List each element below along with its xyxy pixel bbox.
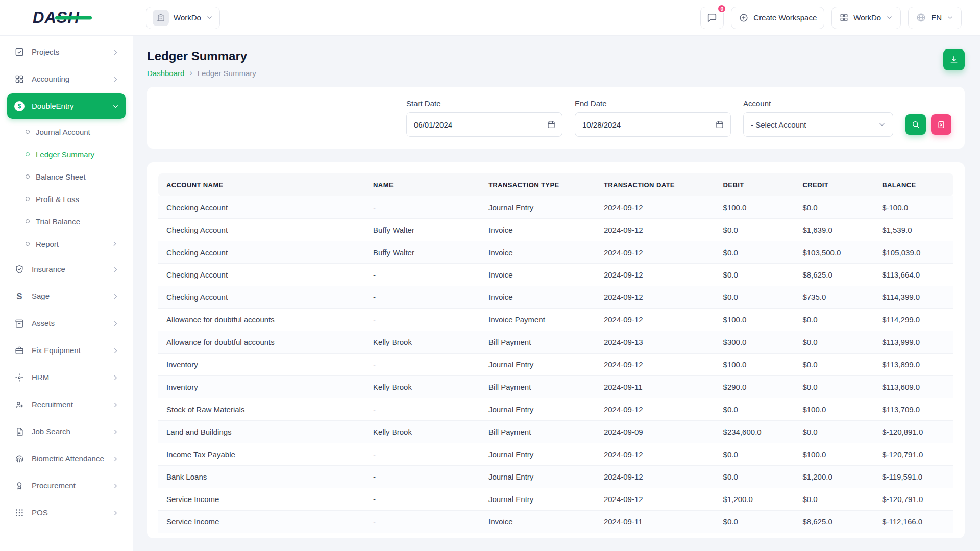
table-cell: $8,625.0 [794, 264, 874, 286]
sidebar-item-label: Accounting [32, 74, 105, 84]
ledger-table-card: ACCOUNT NAMENAMETRANSACTION TYPETRANSACT… [147, 162, 965, 538]
chevron-right-icon [112, 455, 119, 463]
plus-circle-icon [739, 13, 749, 23]
sidebar-subitem-journal-account[interactable]: Journal Account [0, 120, 133, 143]
column-header-transaction-date: TRANSACTION DATE [596, 173, 715, 196]
table-cell: Inventory [158, 354, 365, 376]
account-select[interactable]: - Select Account [743, 112, 893, 137]
table-cell: - [365, 511, 480, 533]
table-cell: Allowance for doubtful accounts [158, 331, 365, 354]
table-row[interactable]: Land and BuildingsKelly BrookBill Paymen… [158, 421, 953, 443]
filter-card: Start Date End Date Account [147, 87, 965, 149]
top-bar: DASH WorkDo 0 Create Workspace WorkDo [0, 0, 980, 36]
messages-button[interactable]: 0 [700, 7, 724, 29]
table-cell: Kelly Brook [365, 331, 480, 354]
sidebar-item-label: Insurance [32, 265, 105, 274]
create-workspace-label: Create Workspace [753, 13, 817, 22]
table-cell: $0.0 [715, 466, 795, 488]
workspace-name: WorkDo [174, 13, 201, 22]
table-cell: Checking Account [158, 196, 365, 219]
table-row[interactable]: Service Income-Journal Entry2024-09-12$1… [158, 488, 953, 511]
table-cell: - [365, 354, 480, 376]
table-cell: 2024-09-12 [596, 286, 715, 309]
table-row[interactable]: Bank Loans-Journal Entry2024-09-12$0.0$1… [158, 466, 953, 488]
sidebar-item-doubleentry[interactable]: $ DoubleEntry [7, 93, 126, 119]
sidebar-item-accounting[interactable]: Accounting [7, 66, 126, 92]
workdo-menu-label: WorkDo [853, 13, 881, 22]
award-icon [14, 481, 24, 491]
workdo-app-menu[interactable]: WorkDo [831, 7, 901, 29]
sidebar-item-job-search[interactable]: Job Search [7, 419, 126, 444]
sidebar-item-biometric-attendance[interactable]: Biometric Attendance [7, 446, 126, 471]
create-workspace-button[interactable]: Create Workspace [731, 7, 824, 29]
table-cell: Checking Account [158, 241, 365, 264]
table-cell: 2024-09-09 [596, 421, 715, 443]
sidebar-item-assets[interactable]: Assets [7, 311, 126, 336]
sidebar-subitem-report[interactable]: Report [0, 233, 133, 255]
table-cell: $0.0 [715, 219, 795, 241]
sidebar-item-pos[interactable]: POS [7, 500, 126, 525]
breadcrumb-home-link[interactable]: Dashboard [147, 69, 184, 78]
bullet-icon [26, 219, 30, 223]
search-button[interactable] [905, 114, 926, 135]
sage-icon: S [14, 291, 24, 302]
start-date-input[interactable] [406, 112, 562, 137]
table-cell: $0.0 [794, 376, 874, 398]
chevron-right-icon [112, 266, 119, 273]
table-row[interactable]: InventoryKelly BrookBill Payment2024-09-… [158, 376, 953, 398]
table-cell: $100.0 [715, 196, 795, 219]
download-button[interactable] [943, 49, 965, 70]
sidebar-item-label: Assets [32, 319, 105, 329]
table-cell: Income Tax Payable [158, 443, 365, 466]
table-cell: $105,039.0 [874, 241, 953, 264]
sidebar-item-label: Recruitment [32, 400, 105, 410]
filter-buttons [905, 114, 951, 135]
table-cell: $0.0 [794, 354, 874, 376]
table-row[interactable]: Service Income-Invoice2024-09-11$0.0$8,6… [158, 511, 953, 533]
dash-logo[interactable]: DASH [33, 9, 80, 27]
reset-button[interactable] [931, 114, 951, 135]
table-row[interactable]: Income Tax Payable-Journal Entry2024-09-… [158, 443, 953, 466]
table-cell: Bill Payment [480, 376, 596, 398]
table-row[interactable]: Stock of Raw Materials-Journal Entry2024… [158, 398, 953, 421]
calendar-icon[interactable] [715, 120, 724, 129]
chat-icon [706, 12, 718, 23]
sidebar-subitem-ledger-summary[interactable]: Ledger Summary [0, 143, 133, 165]
sidebar-item-label: HRM [32, 373, 105, 383]
table-row[interactable]: Inventory-Journal Entry2024-09-12$100.0$… [158, 354, 953, 376]
sidebar-subitem-label: Journal Account [36, 128, 90, 136]
table-cell: Invoice Payment [480, 309, 596, 331]
table-cell: $0.0 [715, 443, 795, 466]
table-cell: 2024-09-12 [596, 219, 715, 241]
table-row[interactable]: Checking Account-Invoice2024-09-12$0.0$7… [158, 286, 953, 309]
workspace-selector[interactable]: WorkDo [146, 7, 220, 29]
breadcrumb-separator-icon: › [189, 68, 192, 78]
sidebar-item-procurement[interactable]: Procurement [7, 473, 126, 498]
sidebar-subitem-balance-sheet[interactable]: Balance Sheet [0, 165, 133, 188]
chevron-right-icon [112, 76, 119, 83]
sidebar-item-recruitment[interactable]: Recruitment [7, 392, 126, 417]
language-selector[interactable]: EN [908, 7, 962, 29]
ledger-table: ACCOUNT NAMENAMETRANSACTION TYPETRANSACT… [158, 173, 953, 533]
table-row[interactable]: Checking Account-Invoice2024-09-12$0.0$8… [158, 264, 953, 286]
sidebar-subitem-profit-loss[interactable]: Profit & Loss [0, 188, 133, 210]
end-date-input[interactable] [575, 112, 731, 137]
table-row[interactable]: Allowance for doubtful accountsKelly Bro… [158, 331, 953, 354]
sidebar-item-insurance[interactable]: Insurance [7, 257, 126, 282]
sidebar-item-projects[interactable]: Projects [7, 39, 126, 65]
table-cell: Service Income [158, 488, 365, 511]
sidebar-subitem-trial-balance[interactable]: Trial Balance [0, 210, 133, 233]
sidebar-item-sage[interactable]: S Sage [7, 284, 126, 309]
table-row[interactable]: Checking AccountBuffy WalterInvoice2024-… [158, 241, 953, 264]
sidebar: Projects Accounting $ DoubleEntry Journa… [0, 36, 133, 551]
column-header-balance: BALANCE [874, 173, 953, 196]
sidebar-item-fix-equipment[interactable]: Fix Equipment [7, 338, 126, 363]
table-cell: $0.0 [715, 241, 795, 264]
table-row[interactable]: Allowance for doubtful accounts-Invoice … [158, 309, 953, 331]
calendar-icon[interactable] [547, 120, 556, 129]
table-cell: 2024-09-12 [596, 354, 715, 376]
table-row[interactable]: Checking Account-Journal Entry2024-09-12… [158, 196, 953, 219]
sidebar-item-hrm[interactable]: HRM [7, 365, 126, 390]
workspace-avatar [153, 10, 169, 26]
table-row[interactable]: Checking AccountBuffy WalterInvoice2024-… [158, 219, 953, 241]
